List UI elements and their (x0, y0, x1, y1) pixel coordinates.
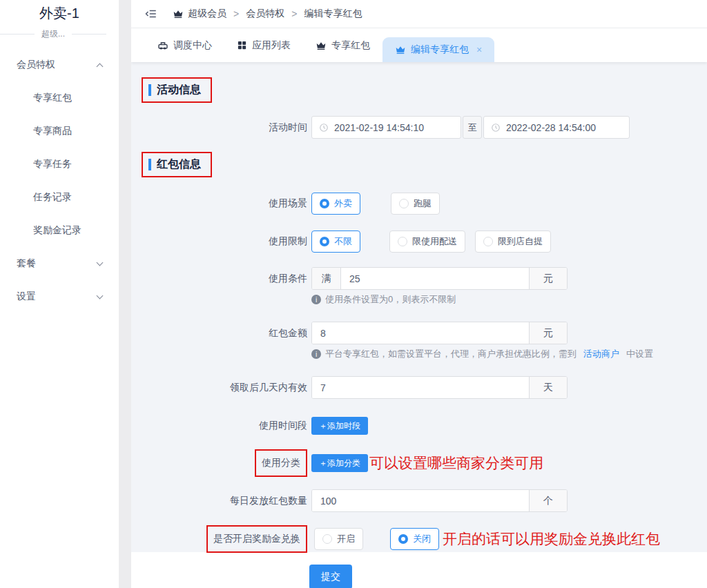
sidebar-item-packages[interactable]: 套餐 (0, 247, 119, 280)
divider-line (0, 34, 35, 35)
sidebar-item-label: 套餐 (17, 257, 36, 270)
radio-selected-icon (320, 199, 329, 208)
add-time-slot-button[interactable]: ＋添加时段 (311, 417, 368, 435)
add-category-button[interactable]: ＋添加分类 (311, 454, 368, 472)
section-header-redpacket-info: 红包信息 (142, 152, 212, 177)
sidebar-item-reward-record[interactable]: 奖励金记录 (0, 214, 119, 247)
scene-option-paotui[interactable]: 跑腿 (391, 193, 440, 215)
annotation-red-frame: 是否开启奖励金兑换 (206, 525, 307, 553)
sidebar: 外卖-1 超级... 会员特权 专享红包 专享商品 专享任务 任务记录 奖励金记… (0, 0, 119, 588)
field-label: 使用时间段 (131, 420, 311, 432)
sidebar-item-exclusive-redpacket[interactable]: 专享红包 (0, 81, 119, 115)
section-accent-bar (148, 159, 151, 170)
radio-unselected-icon (322, 534, 332, 544)
info-icon: i (311, 349, 321, 359)
usage-scene-row: 使用场景 外卖 跑腿 (131, 193, 707, 215)
usage-condition-row: 使用条件 满 元 (131, 267, 707, 290)
reward-option-off[interactable]: 关闭 (390, 528, 439, 550)
app-subtitle-divider: 超级... (0, 28, 119, 40)
dispatch-center-icon (157, 40, 168, 51)
sidebar-item-settings[interactable]: 设置 (0, 280, 119, 313)
section-accent-bar (148, 84, 151, 96)
field-label: 红包金额 (131, 327, 311, 340)
breadcrumb-item-super-member[interactable]: 超级会员 (173, 8, 226, 20)
daily-count-input[interactable] (312, 490, 529, 511)
radio-selected-icon (320, 237, 329, 246)
clock-icon (319, 123, 329, 133)
section-title: 活动信息 (157, 83, 201, 97)
breadcrumb-label: 会员特权 (246, 8, 284, 20)
sidebar-item-task-record[interactable]: 任务记录 (0, 181, 119, 214)
tab-label: 专享红包 (331, 39, 370, 52)
daily-count-row: 每日发放红包数量 个 (131, 489, 707, 512)
submit-button[interactable]: 提交 (309, 565, 352, 588)
activity-merchant-link[interactable]: 活动商户 (583, 348, 619, 360)
redpacket-amount-row: 红包金额 元 (131, 322, 707, 344)
tab-bar: 调度中心 应用列表 专享红包 编辑专享红包 × (131, 28, 707, 62)
time-slot-row: 使用时间段 ＋添加时段 (131, 417, 707, 435)
option-label: 不限 (334, 235, 352, 248)
start-datetime-input[interactable]: 2021-02-19 14:54:10 (311, 116, 461, 139)
redpacket-amount-input[interactable] (312, 322, 529, 344)
radio-unselected-icon (399, 199, 409, 208)
category-annotation-text: 可以设置哪些商家分类可用 (369, 453, 543, 473)
sidebar-item-label: 奖励金记录 (33, 224, 81, 237)
sidebar-item-exclusive-goods[interactable]: 专享商品 (0, 115, 119, 148)
condition-amount-input[interactable] (341, 268, 529, 289)
tab-label: 编辑专享红包 (411, 43, 469, 56)
breadcrumb-label: 编辑专享红包 (304, 8, 362, 20)
field-label: 活动时间 (131, 121, 311, 134)
condition-prefix: 满 (312, 268, 341, 289)
chevron-up-icon (97, 63, 104, 70)
app-list-icon (237, 40, 247, 50)
app-title: 外卖-1 (0, 0, 119, 23)
tab-dispatch-center[interactable]: 调度中心 (145, 28, 224, 62)
sidebar-item-exclusive-task[interactable]: 专享任务 (0, 148, 119, 181)
activity-time-row: 活动时间 2021-02-19 14:54:10 至 2022-02-28 14… (131, 116, 707, 139)
chevron-down-icon (97, 293, 104, 300)
valid-days-input[interactable] (312, 377, 529, 398)
tab-app-list[interactable]: 应用列表 (224, 28, 303, 62)
hint-text: 中设置 (626, 348, 653, 360)
chevron-down-icon (97, 259, 104, 266)
tab-exclusive-redpacket[interactable]: 专享红包 (303, 28, 382, 62)
option-label: 外卖 (334, 197, 352, 210)
usage-category-row: 使用分类 ＋添加分类 可以设置哪些商家分类可用 (131, 449, 707, 478)
option-label: 限到店自提 (498, 235, 543, 248)
breadcrumb-item-member-privilege[interactable]: 会员特权 (246, 8, 284, 20)
option-label: 关闭 (413, 533, 431, 545)
field-label: 使用条件 (131, 273, 311, 285)
breadcrumb-item-edit-redpacket[interactable]: 编辑专享红包 (304, 8, 362, 20)
section-header-activity-info: 活动信息 (142, 77, 212, 103)
sidebar-item-label: 专享红包 (33, 92, 72, 104)
valid-days-unit-suffix: 天 (529, 377, 567, 398)
field-label: 是否开启奖励金兑换 (213, 533, 300, 544)
condition-unit-suffix: 元 (529, 268, 567, 289)
close-tab-icon[interactable]: × (476, 44, 482, 55)
app-subtitle: 超级... (35, 28, 72, 40)
condition-hint: i 使用条件设置为0，则表示不限制 (311, 293, 456, 306)
hint-text: 平台专享红包，如需设置平台，代理，商户承担优惠比例，需到 (325, 348, 577, 360)
collapse-menu-icon[interactable] (145, 8, 157, 20)
sidebar-item-member-privilege[interactable]: 会员特权 (0, 48, 119, 81)
limit-option-none[interactable]: 不限 (311, 231, 360, 253)
radio-selected-icon (398, 534, 408, 544)
end-datetime-input[interactable]: 2022-02-28 14:54:00 (483, 116, 630, 139)
field-label-wrap: 是否开启奖励金兑换 (131, 525, 311, 553)
sidebar-content-gutter (119, 0, 131, 588)
option-label: 开启 (337, 533, 355, 545)
radio-unselected-icon (483, 237, 493, 246)
hint-text: 使用条件设置为0，则表示不限制 (325, 293, 456, 306)
breadcrumb-separator: > (233, 8, 239, 19)
scene-option-waimai[interactable]: 外卖 (311, 193, 360, 215)
sidebar-item-label: 任务记录 (33, 191, 72, 204)
limit-option-pickup[interactable]: 限到店自提 (475, 231, 551, 253)
sidebar-item-label: 设置 (17, 291, 36, 303)
field-label: 使用分类 (262, 457, 300, 468)
tab-edit-exclusive-redpacket[interactable]: 编辑专享红包 × (382, 37, 494, 62)
sidebar-item-label: 会员特权 (17, 59, 55, 71)
reward-option-on[interactable]: 开启 (314, 528, 363, 550)
tab-label: 应用列表 (252, 39, 291, 52)
amount-unit-suffix: 元 (529, 322, 567, 344)
limit-option-delivery[interactable]: 限使用配送 (389, 231, 465, 253)
